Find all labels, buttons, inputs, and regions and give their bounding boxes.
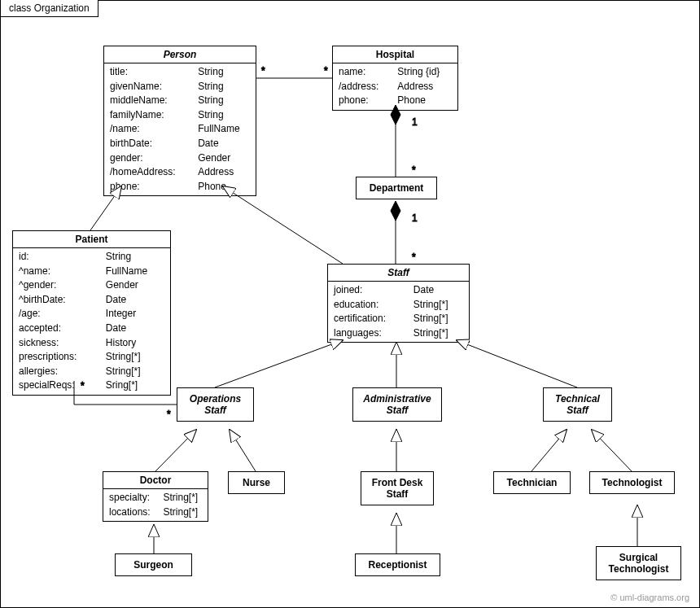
svg-line-16 xyxy=(155,430,196,471)
class-doctor: Doctor specialty:String[*] locations:Str… xyxy=(103,471,208,522)
class-technical-staff: Technical Staff xyxy=(543,387,612,422)
class-title: Operations Staff xyxy=(177,388,253,421)
class-title: Surgical Technologist xyxy=(597,547,680,580)
class-patient: Patient id:String ^name:FullName ^gender… xyxy=(12,230,171,396)
class-title: Patient xyxy=(13,231,170,248)
class-title: Hospital xyxy=(333,46,457,63)
frame-label: class Organization xyxy=(0,0,98,17)
class-title: Receptionist xyxy=(356,554,440,575)
class-operations-staff: Operations Staff xyxy=(177,387,254,422)
svg-text:*: * xyxy=(261,65,265,77)
class-title: Front Desk Staff xyxy=(361,472,433,505)
class-front-desk-staff: Front Desk Staff xyxy=(361,471,434,505)
class-title: Technician xyxy=(494,472,570,493)
class-title: Staff xyxy=(328,265,469,282)
svg-text:1: 1 xyxy=(412,212,418,224)
svg-line-15 xyxy=(457,340,577,387)
svg-text:*: * xyxy=(412,252,416,263)
class-title: Surgeon xyxy=(116,554,191,575)
class-nurse: Nurse xyxy=(228,471,285,494)
class-title: Doctor xyxy=(103,472,208,489)
credit-text: © uml-diagrams.org xyxy=(610,593,689,602)
class-receptionist: Receptionist xyxy=(355,553,440,576)
class-attributes: name:String {id} /address:Address phone:… xyxy=(333,63,457,110)
class-title: Technical Staff xyxy=(544,388,611,421)
class-attributes: id:String ^name:FullName ^gender:Gender … xyxy=(13,248,170,395)
svg-line-10 xyxy=(223,186,343,264)
class-title: Person xyxy=(104,46,256,63)
svg-line-20 xyxy=(592,430,632,471)
class-attributes: joined:Date education:String[*] certific… xyxy=(328,282,469,342)
svg-text:*: * xyxy=(167,409,171,420)
class-surgical-technologist: Surgical Technologist xyxy=(596,546,681,580)
class-surgeon: Surgeon xyxy=(115,553,192,576)
class-technologist: Technologist xyxy=(589,471,675,494)
svg-text:*: * xyxy=(324,65,328,77)
svg-line-13 xyxy=(215,340,343,387)
class-title: Technologist xyxy=(590,472,674,493)
class-title: Nurse xyxy=(229,472,284,493)
svg-line-17 xyxy=(230,430,256,471)
svg-text:1: 1 xyxy=(412,116,418,128)
class-title: Department xyxy=(357,177,436,199)
svg-line-19 xyxy=(532,430,567,471)
class-hospital: Hospital name:String {id} /address:Addre… xyxy=(332,46,458,111)
class-staff: Staff joined:Date education:String[*] ce… xyxy=(327,264,470,343)
class-attributes: title:String givenName:String middleName… xyxy=(104,63,256,195)
frame: class Organization Person title:String g… xyxy=(0,0,700,608)
class-person: Person title:String givenName:String mid… xyxy=(103,46,256,196)
class-attributes: specialty:String[*] locations:String[*] xyxy=(103,489,208,521)
class-title: Administrative Staff xyxy=(353,388,441,421)
class-technician: Technician xyxy=(493,471,571,494)
class-administrative-staff: Administrative Staff xyxy=(352,387,442,422)
class-department: Department xyxy=(356,177,437,199)
svg-text:*: * xyxy=(412,164,416,176)
